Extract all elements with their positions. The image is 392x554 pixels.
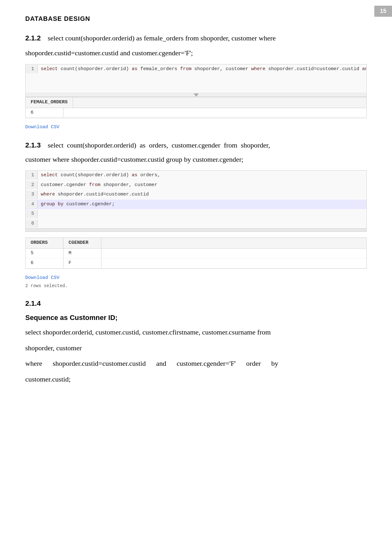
result-header-2-1-3: ORDERS CGENDER [26,238,366,249]
code-text-line3: where shoporder.custid=customer.custid [41,190,149,198]
code-line-2-1-3-6: 6 [26,219,366,229]
cell-orders-2: 6 [26,258,63,268]
code-line-2-1-3-3: 3 where shoporder.custid=customer.custid [26,190,366,200]
cell-cgender-2: F [63,258,101,268]
subsection-heading-2-1-4: 2.1.4 [25,298,367,309]
subsection-2-1-2-description: select count(shoporder.orderid) as femal… [42,34,275,42]
section-title: DATABASE DESIGN [25,14,367,23]
col-header-cgender: CGENDER [63,238,101,248]
para-2-1-4-2: shoporder, customer [25,342,367,354]
code-text-line4: group by customer.cgender; [41,200,115,208]
word-cgender-condition: customer.cgender='F' [177,359,236,367]
subsection-2-1-3: 2.1.3 select count(shoporder.orderid) as… [25,140,367,289]
download-csv-2-1-3[interactable]: Download CSV [25,274,367,282]
line-number-5: 5 [26,210,38,218]
subheading-sequence: Sequence as Customner ID; [25,312,367,323]
word-custid-condition: shoporder.custid=customer.custid [53,359,146,367]
page-number: 15 [374,6,392,17]
code-line-2-1-3-5: 5 [26,209,366,219]
subsection-heading-2-1-3: 2.1.3 [25,141,41,149]
col-header-orders: ORDERS [26,238,63,248]
line-number-3: 3 [26,190,38,199]
code-block-2-1-2: 1 select count(shoporder.orderid) as fem… [25,64,367,97]
subsection-2-1-3-description2: customer where shoporder.custid=customer… [25,154,367,165]
scroll-triangle [194,93,199,96]
para-2-1-4-1: select shoporder.orderid, customer.custi… [25,326,367,339]
cell-cgender-1: M [63,249,101,258]
code-line-2-1-3-4: 4 group by customer.cgender; [26,200,366,209]
line-number-1: 1 [26,171,38,180]
result-row-2-1-3-1: 5 M [26,249,366,259]
line-number-6: 6 [26,220,38,228]
word-by: by [271,359,278,367]
word-order: order [246,359,261,367]
result-block-2-1-3: ORDERS CGENDER 5 M 6 F [25,238,367,269]
result-row-2-1-2-1: 6 [26,108,366,118]
download-csv-2-1-2[interactable]: Download CSV [25,124,367,131]
para-2-1-4-4: customer.custid; [25,373,367,386]
subsection-2-1-3-description: select count(shoporder.orderid) as order… [42,141,270,149]
line-number-2: 2 [26,181,38,190]
code-line-2-1-3-1: 1 select count(shoporder.orderid) as ord… [26,171,366,180]
word-and: and [156,359,166,367]
code-text-2-1-2-line1: select count(shoporder.orderid) as femal… [41,65,367,73]
cell-female-orders-value: 6 [26,108,63,118]
subsection-2-1-2-description2: shoporder.custid=customer.custid and cus… [25,47,367,59]
subsection-2-1-4: 2.1.4 Sequence as Customner ID; select s… [25,298,367,385]
result-block-2-1-2: FEMALE_ORDERS 6 [25,97,367,118]
subsection-heading-2-1-2: 2.1.2 [25,34,41,42]
code-text-line2: customer.cgender from shoporder, custome… [41,181,157,189]
code-scrollbar [26,228,366,232]
result-row-2-1-3-2: 6 F [26,258,366,268]
code-text-line1: select count(shoporder.orderid) as order… [41,171,160,179]
line-number-4: 4 [26,200,38,209]
code-block-2-1-3: 1 select count(shoporder.orderid) as ord… [25,170,367,232]
col-header-female-orders: FEMALE_ORDERS [26,97,73,108]
result-header-2-1-2: FEMALE_ORDERS [26,97,366,108]
rows-selected-2-1-3: 2 rows selected. [25,283,367,289]
cell-orders-1: 5 [26,249,63,258]
code-line-2-1-3-2: 2 customer.cgender from shoporder, custo… [26,180,366,190]
para-2-1-4-3: where shoporder.custid=customer.custid a… [25,357,367,370]
subsection-2-1-2: 2.1.2 select count(shoporder.orderid) as… [25,32,367,131]
word-where: where [25,359,42,367]
line-number-1: 1 [26,65,38,74]
